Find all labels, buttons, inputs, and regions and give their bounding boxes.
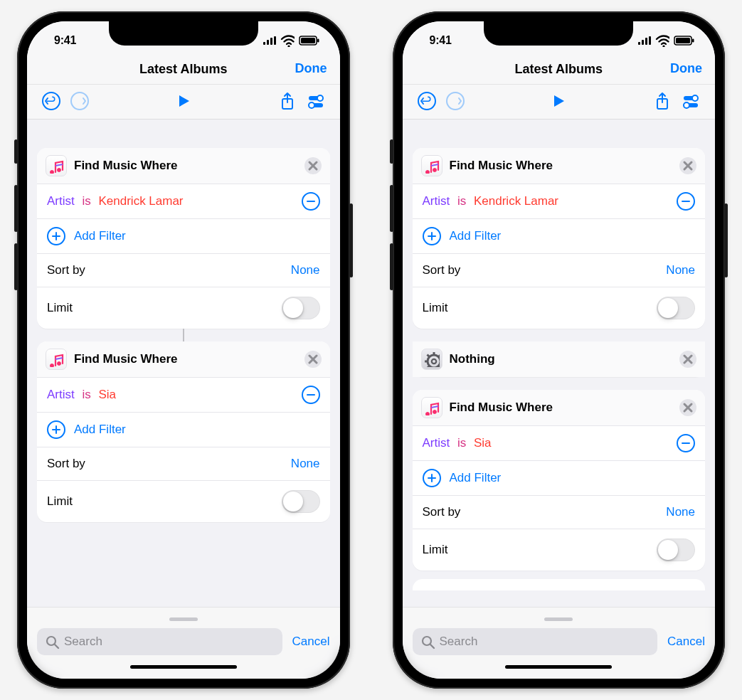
sort-by-label: Sort by [423, 505, 461, 519]
undo-button[interactable] [413, 89, 441, 113]
battery-icon [674, 35, 695, 46]
status-time: 9:41 [423, 34, 452, 47]
search-input[interactable]: Search [37, 628, 282, 655]
music-app-icon [421, 397, 442, 418]
add-filter-button[interactable]: Add Filter [413, 219, 706, 254]
drawer-grabber[interactable] [169, 617, 198, 621]
action-card[interactable]: Find Music Where Artist is Kendrick Lama… [413, 148, 706, 329]
wifi-icon [280, 34, 295, 47]
sort-by-label: Sort by [47, 457, 85, 471]
home-indicator[interactable] [505, 665, 612, 669]
wifi-icon [655, 34, 669, 47]
plus-icon [47, 420, 65, 439]
limit-label: Limit [423, 301, 448, 315]
sort-by-value[interactable]: None [291, 263, 320, 277]
action-title: Nothing [450, 352, 673, 366]
music-app-icon [46, 349, 67, 370]
gear-icon [421, 349, 442, 370]
delete-action-button[interactable] [304, 157, 322, 174]
notch [109, 21, 258, 46]
action-card[interactable]: Find Music Where Artist is Kendrick Lama… [37, 148, 330, 329]
action-card[interactable]: Find Music Where Artist is Sia Add Filte… [413, 390, 706, 571]
nav-title: Latest Albums [414, 61, 704, 84]
status-time: 9:41 [47, 34, 76, 47]
limit-label: Limit [423, 543, 448, 557]
sort-by-value[interactable]: None [666, 263, 695, 277]
delete-action-button[interactable] [304, 351, 322, 368]
cellular-icon [263, 36, 276, 45]
plus-icon [423, 227, 441, 245]
notch [484, 21, 633, 46]
add-filter-button[interactable]: Add Filter [37, 219, 330, 254]
redo-button [441, 89, 470, 113]
add-filter-button[interactable]: Add Filter [37, 413, 330, 447]
share-button[interactable] [648, 89, 677, 113]
remove-filter-button[interactable] [677, 192, 695, 211]
limit-label: Limit [47, 494, 73, 509]
action-title: Find Music Where [74, 352, 297, 366]
done-button[interactable]: Done [670, 61, 702, 76]
remove-filter-button[interactable] [677, 434, 695, 452]
delete-action-button[interactable] [679, 399, 696, 416]
limit-label: Limit [47, 301, 73, 315]
music-app-icon [421, 155, 442, 176]
shortcut-settings-button[interactable] [677, 89, 705, 113]
remove-filter-button[interactable] [302, 192, 320, 211]
search-icon [420, 634, 435, 649]
plus-icon [47, 227, 65, 245]
undo-button[interactable] [37, 89, 65, 113]
action-card[interactable]: Find Music Where Artist is Sia Add Filte… [37, 341, 330, 522]
home-indicator[interactable] [130, 665, 237, 669]
battery-icon [299, 35, 320, 46]
cancel-button[interactable]: Cancel [667, 635, 705, 649]
action-title: Find Music Where [450, 159, 673, 173]
done-button[interactable]: Done [295, 61, 327, 76]
delete-action-button[interactable] [679, 157, 696, 174]
cancel-button[interactable]: Cancel [292, 635, 330, 649]
limit-switch[interactable] [282, 297, 320, 319]
filter-expression[interactable]: Artist is Kendrick Lamar [47, 194, 188, 208]
phone-right: 9:41 Latest Albums Done [393, 11, 726, 689]
share-button[interactable] [273, 89, 302, 113]
limit-switch[interactable] [282, 490, 320, 513]
search-icon [44, 634, 60, 649]
sort-by-value[interactable]: None [291, 457, 320, 471]
filter-expression[interactable]: Artist is Kendrick Lamar [423, 194, 563, 208]
action-title: Find Music Where [450, 401, 673, 415]
filter-expression[interactable]: Artist is Sia [47, 388, 120, 402]
remove-filter-button[interactable] [302, 386, 320, 404]
editor-toolbar [27, 85, 340, 120]
cellular-icon [638, 36, 651, 45]
music-app-icon [46, 155, 67, 176]
limit-switch[interactable] [657, 539, 695, 561]
editor-toolbar [403, 85, 716, 120]
redo-button [65, 89, 94, 113]
sort-by-label: Sort by [47, 263, 85, 277]
action-connector [37, 329, 330, 341]
search-input[interactable]: Search [413, 628, 658, 655]
shortcut-settings-button[interactable] [302, 89, 330, 113]
next-card-peek [413, 579, 706, 590]
search-placeholder: Search [64, 635, 102, 649]
run-button[interactable] [544, 89, 573, 113]
action-drawer[interactable]: Search Cancel [27, 607, 340, 679]
filter-expression[interactable]: Artist is Sia [423, 436, 496, 450]
delete-action-button[interactable] [679, 351, 696, 368]
sort-by-value[interactable]: None [666, 505, 695, 519]
sort-by-label: Sort by [423, 263, 461, 277]
search-placeholder: Search [440, 635, 478, 649]
action-drawer[interactable]: Search Cancel [403, 607, 716, 679]
nothing-action-card[interactable]: Nothing [413, 341, 706, 377]
action-title: Find Music Where [74, 159, 297, 173]
nav-title: Latest Albums [38, 61, 329, 84]
run-button[interactable] [169, 89, 198, 113]
add-filter-button[interactable]: Add Filter [413, 461, 706, 496]
drawer-grabber[interactable] [544, 617, 573, 621]
phone-left: 9:41 Latest Albums Done [17, 11, 350, 689]
plus-icon [423, 469, 441, 487]
limit-switch[interactable] [657, 297, 695, 319]
